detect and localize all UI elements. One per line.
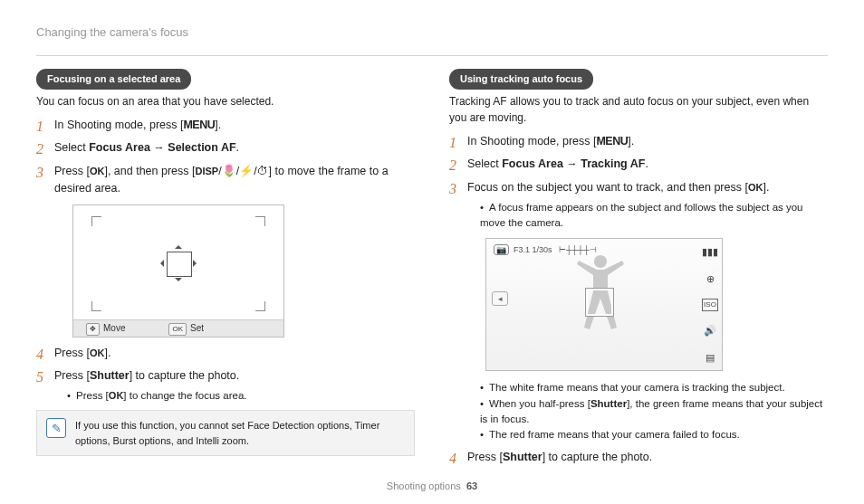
divider (36, 55, 828, 56)
arrow-right-icon (193, 260, 200, 267)
figure-botbar: ✥Move OKSet (73, 319, 283, 337)
ok-icon: OK (109, 390, 124, 401)
ok-icon: OK (168, 323, 187, 336)
corner-icon (255, 216, 265, 226)
right-step-4: Press [Shutter] to capture the photo. (449, 449, 828, 466)
bullet-green: When you half-press [Shutter], the green… (480, 396, 828, 428)
disp-icon: DISP (195, 166, 218, 176)
left-step-5-sub: Press [OK] to change the focus area. (67, 388, 415, 404)
arrow-up-icon (175, 242, 182, 249)
figure-selection-af: ✥Move OKSet (72, 204, 284, 338)
intro-left: You can focus on an area that you have s… (36, 93, 415, 109)
iso-icon: ISO (702, 299, 718, 311)
flash-icon: ⚡ (239, 165, 254, 177)
corner-icon (91, 301, 101, 311)
flash-mode-icon: ⊕ (706, 271, 715, 287)
back-icon: ◂ (492, 291, 508, 306)
left-step-5: Press [Shutter] to capture the photo. Pr… (36, 367, 415, 404)
focus-frame (167, 252, 192, 277)
right-step-3: Focus on the subject you want to track, … (449, 179, 828, 442)
ok-icon: OK (748, 182, 763, 193)
page-header: Changing the camera's focus (36, 25, 828, 39)
corner-icon (91, 216, 101, 226)
storage-icon: ▤ (706, 350, 715, 366)
corner-icon (255, 301, 265, 311)
figure-tracking-af: 📷 F3.1 1/30s ⊢┼┼┼┼⊣ ◂ ▮▮▮ ⊕ ISO (485, 238, 723, 371)
macro-icon: 🌷 (222, 165, 236, 177)
col-left: Focusing on a selected area You can focu… (36, 69, 415, 472)
bullet-white: The white frame means that your camera i… (480, 380, 828, 395)
right-step-3-sub: A focus frame appears on the subject and… (480, 200, 828, 232)
intro-right: Tracking AF allows you to track and auto… (449, 93, 828, 126)
right-step-2: Select Focus Area → Tracking AF. (449, 156, 828, 173)
speaker-icon: 🔊 (704, 323, 716, 338)
timer-icon: ⏱ (257, 165, 269, 177)
arrow-left-icon (157, 260, 164, 267)
arrow-down-icon (175, 278, 182, 285)
tracking-frame (586, 289, 613, 316)
col-right: Using tracking auto focus Tracking AF al… (449, 69, 828, 472)
battery-icon: ▮▮▮ (702, 244, 718, 260)
left-step-3: Press [OK], and then press [DISP/🌷/⚡/⏱] … (36, 163, 415, 338)
left-step-2: Select Focus Area → Selection AF. (36, 139, 415, 157)
note-icon: ✎ (46, 418, 66, 438)
nav-icon: ✥ (86, 323, 100, 336)
right-step-1: In Shooting mode, press [MENU]. (449, 133, 828, 150)
note-box: ✎ If you use this function, you cannot s… (36, 410, 415, 456)
exposure-scale-icon: ⊢┼┼┼┼⊣ (559, 245, 597, 254)
menu-icon: MENU (183, 119, 215, 131)
menu-icon: MENU (596, 135, 628, 147)
ok-icon: OK (90, 347, 105, 358)
left-step-4: Press [OK]. (36, 345, 415, 362)
left-step-1: In Shooting mode, press [MENU]. (36, 117, 415, 134)
page-footer: Shooting options 63 (0, 480, 864, 491)
camera-icon: 📷 (494, 244, 509, 255)
bullet-red: The red frame means that your camera fai… (480, 427, 828, 442)
pill-tracking: Using tracking auto focus (449, 69, 593, 90)
ok-icon: OK (90, 166, 105, 176)
note-text: If you use this function, you cannot set… (75, 418, 405, 448)
pill-focusing: Focusing on a selected area (36, 69, 191, 90)
